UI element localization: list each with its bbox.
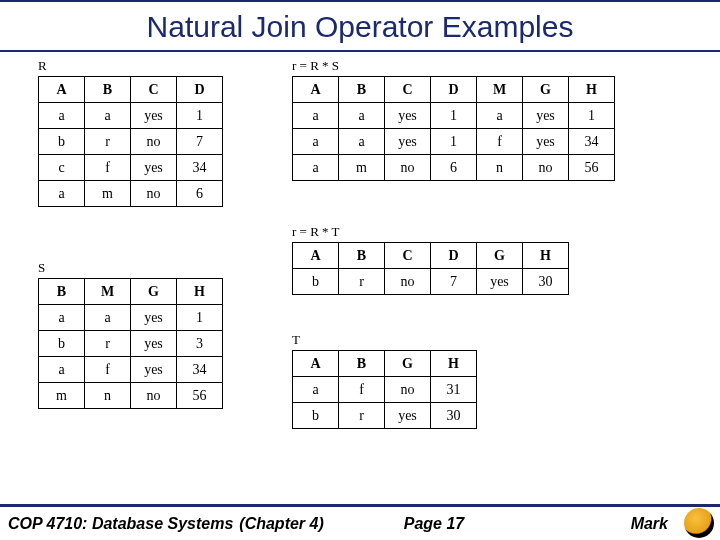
table-cell: yes bbox=[385, 403, 431, 429]
table-T-block: T ABGHafno31bryes30 bbox=[292, 332, 477, 429]
table-cell: n bbox=[85, 383, 131, 409]
table-cell: yes bbox=[131, 331, 177, 357]
column-header: B bbox=[339, 243, 385, 269]
slide: Natural Join Operator Examples R ABCDaay… bbox=[0, 0, 720, 540]
column-header: B bbox=[339, 77, 385, 103]
table-row: amno6nno56 bbox=[293, 155, 615, 181]
table-cell: m bbox=[339, 155, 385, 181]
table-RS-block: r = R * S ABCDMGHaayes1ayes1aayes1fyes34… bbox=[292, 58, 615, 181]
table-RT: ABCDGHbrno7yes30 bbox=[292, 242, 569, 295]
table-cell: m bbox=[85, 181, 131, 207]
table-cell: 1 bbox=[177, 103, 223, 129]
table-cell: r bbox=[85, 129, 131, 155]
table-cell: no bbox=[523, 155, 569, 181]
column-header: M bbox=[85, 279, 131, 305]
table-row: bryes3 bbox=[39, 331, 223, 357]
table-cell: 30 bbox=[431, 403, 477, 429]
table-RS-label: r = R * S bbox=[292, 58, 615, 74]
table-row: afyes34 bbox=[39, 357, 223, 383]
table-cell: m bbox=[39, 383, 85, 409]
table-T-label: T bbox=[292, 332, 477, 348]
table-cell: 1 bbox=[431, 129, 477, 155]
table-cell: yes bbox=[523, 103, 569, 129]
column-header: G bbox=[523, 77, 569, 103]
table-cell: no bbox=[131, 383, 177, 409]
column-header: M bbox=[477, 77, 523, 103]
table-row: mnno56 bbox=[39, 383, 223, 409]
column-header: H bbox=[177, 279, 223, 305]
table-cell: 1 bbox=[177, 305, 223, 331]
table-cell: a bbox=[293, 155, 339, 181]
footer-author: Mark bbox=[631, 515, 668, 533]
column-header: G bbox=[477, 243, 523, 269]
table-cell: 7 bbox=[431, 269, 477, 295]
table-cell: a bbox=[339, 103, 385, 129]
table-row: brno7 bbox=[39, 129, 223, 155]
table-cell: b bbox=[39, 129, 85, 155]
table-cell: 3 bbox=[177, 331, 223, 357]
column-header: G bbox=[131, 279, 177, 305]
table-row: afno31 bbox=[293, 377, 477, 403]
column-header: D bbox=[431, 243, 477, 269]
table-RT-label: r = R * T bbox=[292, 224, 569, 240]
column-header: A bbox=[293, 77, 339, 103]
table-cell: 1 bbox=[569, 103, 615, 129]
table-cell: 34 bbox=[177, 155, 223, 181]
table-cell: f bbox=[339, 377, 385, 403]
table-cell: a bbox=[339, 129, 385, 155]
table-cell: yes bbox=[523, 129, 569, 155]
table-cell: a bbox=[477, 103, 523, 129]
column-header: A bbox=[39, 77, 85, 103]
table-row: brno7yes30 bbox=[293, 269, 569, 295]
table-cell: 56 bbox=[569, 155, 615, 181]
column-header: C bbox=[131, 77, 177, 103]
table-cell: no bbox=[131, 129, 177, 155]
table-S-label: S bbox=[38, 260, 223, 276]
table-cell: f bbox=[85, 155, 131, 181]
table-R: ABCDaayes1brno7cfyes34amno6 bbox=[38, 76, 223, 207]
column-header: B bbox=[85, 77, 131, 103]
table-cell: no bbox=[385, 155, 431, 181]
table-RT-block: r = R * T ABCDGHbrno7yes30 bbox=[292, 224, 569, 295]
table-cell: b bbox=[39, 331, 85, 357]
table-cell: yes bbox=[131, 103, 177, 129]
column-header: C bbox=[385, 243, 431, 269]
table-cell: a bbox=[85, 103, 131, 129]
table-row: aayes1 bbox=[39, 305, 223, 331]
table-cell: b bbox=[293, 403, 339, 429]
table-cell: c bbox=[39, 155, 85, 181]
table-cell: yes bbox=[477, 269, 523, 295]
table-cell: 56 bbox=[177, 383, 223, 409]
table-R-label: R bbox=[38, 58, 223, 74]
table-cell: 30 bbox=[523, 269, 569, 295]
content-area: R ABCDaayes1brno7cfyes34amno6 r = R * S … bbox=[0, 52, 720, 482]
footer-course: COP 4710: Database Systems bbox=[8, 515, 233, 533]
table-cell: no bbox=[131, 181, 177, 207]
table-S-block: S BMGHaayes1bryes3afyes34mnno56 bbox=[38, 260, 223, 409]
table-cell: yes bbox=[385, 129, 431, 155]
table-cell: a bbox=[293, 129, 339, 155]
table-row: aayes1 bbox=[39, 103, 223, 129]
table-row: aayes1ayes1 bbox=[293, 103, 615, 129]
table-cell: a bbox=[39, 181, 85, 207]
table-row: bryes30 bbox=[293, 403, 477, 429]
table-cell: no bbox=[385, 269, 431, 295]
table-cell: yes bbox=[131, 155, 177, 181]
table-cell: 34 bbox=[177, 357, 223, 383]
column-header: H bbox=[569, 77, 615, 103]
column-header: A bbox=[293, 243, 339, 269]
footer: COP 4710: Database Systems (Chapter 4) P… bbox=[0, 504, 720, 540]
table-cell: yes bbox=[131, 357, 177, 383]
footer-page: Page 17 bbox=[404, 515, 464, 533]
table-cell: a bbox=[39, 103, 85, 129]
table-cell: a bbox=[85, 305, 131, 331]
column-header: H bbox=[431, 351, 477, 377]
ucf-logo-icon bbox=[684, 508, 714, 538]
column-header: H bbox=[523, 243, 569, 269]
table-cell: f bbox=[477, 129, 523, 155]
table-T: ABGHafno31bryes30 bbox=[292, 350, 477, 429]
table-row: aayes1fyes34 bbox=[293, 129, 615, 155]
table-cell: 7 bbox=[177, 129, 223, 155]
table-cell: r bbox=[85, 331, 131, 357]
table-cell: yes bbox=[131, 305, 177, 331]
